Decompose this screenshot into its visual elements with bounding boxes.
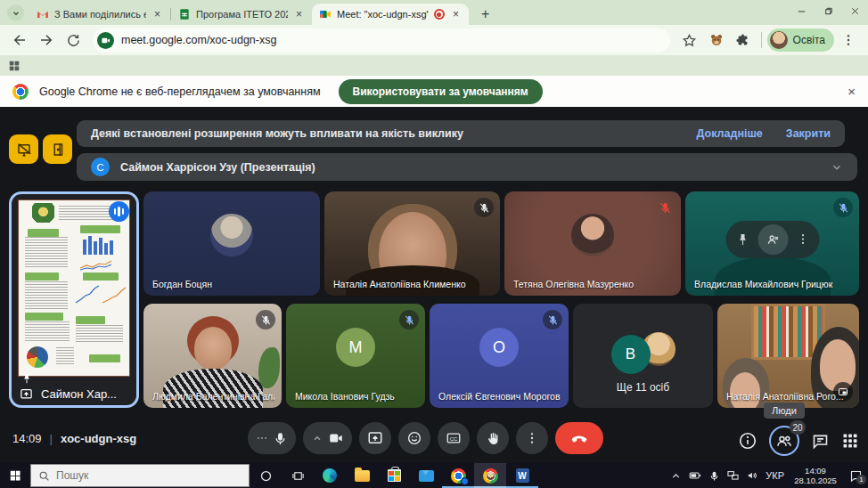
volume-icon[interactable] <box>746 469 759 482</box>
chevron-down-icon[interactable] <box>831 161 843 174</box>
taskbar-chrome-1[interactable] <box>442 463 474 488</box>
back-button[interactable] <box>7 28 32 53</box>
present-icon <box>367 430 383 446</box>
taskbar-chrome-2[interactable] <box>474 463 506 488</box>
mic-button[interactable] <box>248 422 296 454</box>
battery-icon[interactable] <box>688 469 702 482</box>
tile-hover-controls <box>725 221 819 258</box>
profile-badge <box>461 477 469 485</box>
avatar: М <box>336 328 375 367</box>
people-panel-button[interactable]: Люди 20 <box>769 426 799 456</box>
meeting-meta: 14:09 | xoc-udgn-xsg <box>12 432 136 445</box>
recording-indicator-icon <box>434 9 445 20</box>
reload-button[interactable] <box>61 28 86 53</box>
meeting-details-icon[interactable] <box>738 431 757 451</box>
people-count-badge: 20 <box>790 420 806 435</box>
close-window-button[interactable] <box>841 0 868 21</box>
quick-action-no-present-button[interactable] <box>9 134 38 164</box>
details-link[interactable]: Докладніше <box>697 127 763 140</box>
cortana-button[interactable] <box>250 463 282 488</box>
tile-others[interactable]: В Ще 11 осіб <box>573 304 713 408</box>
tab-search-button[interactable] <box>7 4 24 21</box>
new-tab-button[interactable]: + <box>476 6 495 22</box>
address-bar[interactable]: meet.google.com/xoc-udgn-xsg <box>93 28 670 53</box>
taskbar-clock[interactable]: 14:09 28.10.2025 <box>790 466 840 485</box>
taskbar-search[interactable] <box>30 464 250 487</box>
tile-halas[interactable]: Людмила Валентинівна Галас... <box>143 304 282 408</box>
profile-chip[interactable]: Освіта <box>767 28 834 52</box>
action-center-button[interactable]: 1 <box>847 467 864 484</box>
pin-icon[interactable] <box>735 232 749 247</box>
present-icon[interactable] <box>20 387 33 401</box>
mic-off-icon <box>833 198 853 217</box>
chevron-up-icon[interactable] <box>311 432 323 444</box>
taskbar-word[interactable]: W <box>506 463 538 488</box>
quick-action-door-button[interactable] <box>43 134 72 164</box>
close-icon[interactable]: × <box>293 8 305 20</box>
tab-meet-active[interactable]: Meet: "xoc-udgn-xsg" × <box>312 4 469 25</box>
remove-participant-button[interactable] <box>757 224 788 255</box>
tile-bohdan[interactable]: Богдан Боцян <box>143 191 320 296</box>
pin-icon[interactable] <box>20 372 33 385</box>
reactions-button[interactable] <box>398 422 430 454</box>
use-default-button[interactable]: Використовувати за умовчанням <box>339 79 543 104</box>
start-button[interactable] <box>0 463 30 488</box>
tile-hrytsiuk[interactable]: Владислав Михайлович Грицюк <box>685 191 859 296</box>
call-controls: CC <box>248 422 603 454</box>
browser-tab-strip: З Вами поділились електронн × Програма І… <box>0 0 868 25</box>
tab-gmail[interactable]: З Вами поділились електронн × <box>29 4 170 25</box>
mic-more-options-icon[interactable] <box>256 432 268 444</box>
display-connect-icon[interactable] <box>726 469 740 482</box>
presentation-label: Саймон Хар... <box>20 372 117 401</box>
extensions-warning-banner: Деякі встановлені розширення можуть впли… <box>77 120 845 147</box>
taskbar-edge[interactable] <box>314 463 346 488</box>
tab-sheets[interactable]: Програма ІТЕТО 2025 _драфт × <box>171 4 312 25</box>
browser-menu-kebab-icon[interactable] <box>836 28 861 53</box>
more-options-icon[interactable] <box>796 232 809 246</box>
poster-text <box>25 321 70 343</box>
search-input[interactable] <box>56 469 208 482</box>
taskbar-explorer[interactable] <box>346 463 378 488</box>
tile-hudz[interactable]: М Микола Іванович Гудзь <box>286 304 425 408</box>
language-indicator[interactable]: УКР <box>766 470 784 481</box>
captions-icon: CC <box>446 430 462 446</box>
bookmark-star-icon[interactable] <box>677 28 702 53</box>
tray-chevron-icon[interactable] <box>670 470 682 482</box>
chat-icon[interactable] <box>811 432 830 451</box>
extension-bear-icon[interactable] <box>704 28 729 53</box>
avatar <box>210 214 253 256</box>
apps-grid-icon[interactable] <box>8 60 20 72</box>
close-icon[interactable]: × <box>151 8 163 20</box>
tile-roho[interactable]: Наталія Анатоліївна Рого... <box>717 304 859 408</box>
extensions-puzzle-icon[interactable] <box>731 28 756 53</box>
video-decor <box>194 327 232 370</box>
captions-button[interactable]: CC <box>438 422 470 454</box>
camera-button[interactable] <box>303 422 352 454</box>
tile-presentation[interactable]: Саймон Хар... <box>9 191 139 408</box>
present-screen-button[interactable] <box>359 422 391 454</box>
default-browser-bar: Google Chrome не є веб-переглядачем за у… <box>0 76 868 107</box>
activities-grid-icon[interactable] <box>841 432 859 450</box>
video-decor <box>730 372 760 408</box>
gmail-icon <box>37 8 49 20</box>
raise-hand-button[interactable] <box>477 422 509 454</box>
tile-morohov[interactable]: О Олексій Євгенович Морогов <box>430 304 569 408</box>
restore-button[interactable] <box>815 0 841 21</box>
end-call-button[interactable] <box>555 422 603 454</box>
word-icon: W <box>516 468 529 483</box>
taskbar-store[interactable] <box>378 463 410 488</box>
tray-mic-icon[interactable] <box>708 470 720 482</box>
taskbar-mail[interactable] <box>410 463 442 488</box>
close-icon[interactable]: × <box>848 84 856 99</box>
meeting-panels: Люди 20 <box>738 426 859 456</box>
video-decor <box>258 347 280 388</box>
task-view-button[interactable] <box>282 463 314 488</box>
close-icon[interactable]: × <box>450 8 462 20</box>
poster-line-chart <box>74 283 101 305</box>
tile-klymenko[interactable]: Наталія Анатоліївна Клименко <box>324 191 500 296</box>
close-banner-link[interactable]: Закрити <box>786 127 831 140</box>
minimize-button[interactable] <box>788 0 815 21</box>
tile-mazurenko[interactable]: Тетяна Олегівна Мазуренко <box>504 191 681 296</box>
forward-button[interactable] <box>34 28 59 53</box>
more-options-button[interactable] <box>516 422 548 454</box>
